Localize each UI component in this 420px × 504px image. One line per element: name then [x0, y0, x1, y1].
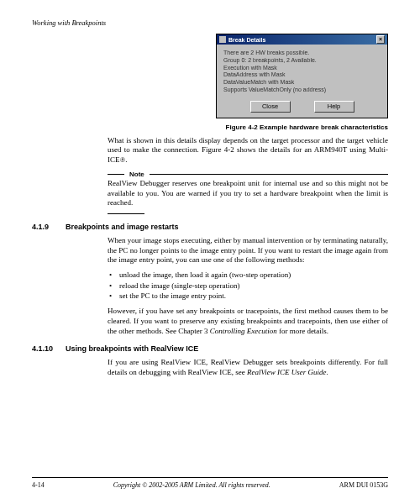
dialog-app-icon [219, 36, 226, 43]
text-run-italic: Controlling Execution [210, 327, 277, 335]
section-title: Using breakpoints with RealView ICE [66, 344, 198, 353]
section-heading: 4.1.9 Breakpoints and image restarts [32, 223, 388, 231]
method-list: unload the image, then load it again (tw… [108, 270, 388, 302]
list-item: set the PC to the image entry point. [108, 291, 388, 302]
section-title: Breakpoints and image restarts [66, 223, 179, 231]
page-number: 4-14 [32, 481, 45, 489]
break-details-dialog: Break Details × There are 2 HW breaks po… [216, 34, 388, 118]
intro-paragraph: What is shown in this details display de… [108, 136, 388, 165]
text-run: for more details. [277, 327, 328, 335]
dialog-titlebar: Break Details × [217, 34, 387, 45]
close-icon[interactable]: × [376, 35, 385, 44]
dialog-title: Break Details [228, 37, 265, 43]
section-number: 4.1.10 [32, 344, 66, 353]
dialog-line: There are 2 HW breaks possible. [223, 50, 381, 57]
dialog-body: There are 2 HW breaks possible. Group 0:… [217, 45, 387, 97]
dialog-line: DataValueMatch with Mask [223, 79, 381, 87]
figure-caption: Figure 4-2 Example hardware break charac… [32, 123, 388, 131]
dialog-line: Group 0: 2 breakpoints, 2 Available. [223, 57, 381, 65]
list-item: unload the image, then load it again (tw… [108, 270, 388, 281]
dialog-line: DataAddress with Mask [223, 71, 381, 79]
note-label: Note [129, 171, 144, 179]
list-item: reload the image (single-step operation) [108, 281, 388, 291]
section-paragraph: However, if you have set any breakpoints… [108, 307, 388, 336]
text-run: . [327, 368, 328, 376]
section-heading: 4.1.10 Using breakpoints with RealView I… [32, 344, 388, 353]
dialog-line: Execution with Mask [223, 65, 381, 72]
chapter-running-header: Working with Breakpoints [32, 18, 388, 27]
help-button[interactable]: Help [314, 101, 354, 113]
section-paragraph: When your image stops executing, either … [108, 236, 388, 265]
text-run-italic: RealView ICE User Guide [247, 368, 327, 376]
dialog-line: Supports ValueMatchOnly (no address) [223, 87, 381, 94]
page-footer: 4-14 Copyright © 2002-2005 ARM Limited. … [32, 477, 388, 489]
copyright: Copyright © 2002-2005 ARM Limited. All r… [113, 481, 270, 489]
note-block: Note RealView Debugger reserves one brea… [108, 171, 388, 214]
section-paragraph: If you are using RealView ICE, RealView … [108, 358, 388, 377]
section-number: 4.1.9 [32, 223, 66, 231]
note-text: RealView Debugger reserves one breakpoin… [108, 179, 388, 208]
close-button[interactable]: Close [250, 101, 291, 113]
doc-number: ARM DUI 0153G [339, 481, 388, 489]
dialog-button-row: Close Help [217, 97, 387, 118]
